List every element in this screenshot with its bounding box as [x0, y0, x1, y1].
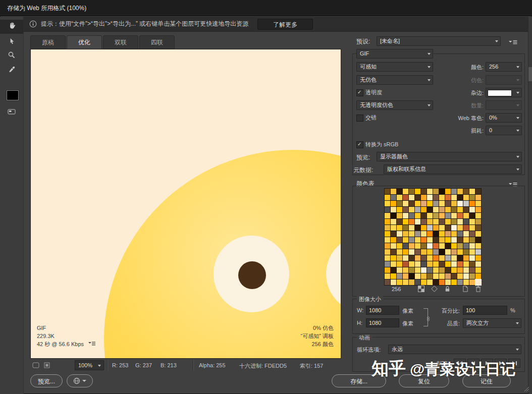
color-swatch[interactable]: [445, 213, 451, 218]
color-swatch[interactable]: [403, 231, 408, 237]
color-swatch[interactable]: [415, 189, 420, 194]
color-swatch[interactable]: [409, 261, 414, 267]
color-swatch[interactable]: [397, 207, 402, 212]
color-swatch[interactable]: [409, 231, 414, 237]
color-swatch[interactable]: [475, 255, 481, 261]
color-swatch[interactable]: [469, 279, 475, 285]
color-swatch[interactable]: [439, 255, 445, 261]
color-swatch[interactable]: [409, 243, 414, 249]
color-swatch[interactable]: [403, 195, 408, 200]
color-swatch[interactable]: [457, 273, 463, 279]
color-swatch[interactable]: [433, 279, 439, 285]
color-swatch[interactable]: [397, 279, 402, 285]
preview-canvas[interactable]: GIF 229.3K 42 秒 @ 56.6 Kbps 0% 仿色 “可感知” …: [30, 49, 341, 359]
color-swatch[interactable]: [415, 231, 420, 237]
color-swatch[interactable]: [475, 243, 481, 249]
color-swatch[interactable]: [427, 189, 433, 194]
color-swatch[interactable]: [451, 207, 457, 212]
color-swatch[interactable]: [415, 267, 420, 273]
color-swatch[interactable]: [463, 195, 469, 200]
color-swatch[interactable]: [445, 207, 451, 212]
color-swatch[interactable]: [433, 201, 439, 206]
color-swatch[interactable]: [469, 225, 475, 231]
color-swatch[interactable]: [421, 231, 427, 237]
map-transparency-icon[interactable]: [418, 285, 424, 294]
color-swatch[interactable]: [457, 279, 463, 285]
color-swatch[interactable]: [391, 243, 396, 249]
color-swatch[interactable]: [469, 207, 475, 212]
tab-optimized[interactable]: 优化: [67, 35, 102, 49]
color-swatch[interactable]: [475, 249, 481, 255]
color-swatch[interactable]: [421, 255, 427, 261]
color-swatch[interactable]: [469, 267, 475, 273]
color-swatch[interactable]: [415, 213, 420, 218]
color-swatch[interactable]: [433, 267, 439, 273]
color-swatch[interactable]: [457, 189, 463, 194]
metadata-select[interactable]: 版权和联系信息: [384, 164, 522, 174]
color-swatch[interactable]: [391, 249, 396, 255]
color-swatch[interactable]: [433, 225, 439, 231]
color-swatch[interactable]: [409, 201, 414, 206]
color-swatch[interactable]: [385, 195, 390, 200]
color-swatch[interactable]: [403, 243, 408, 249]
color-swatch[interactable]: [463, 267, 469, 273]
color-swatch[interactable]: [457, 219, 463, 224]
color-swatch[interactable]: [427, 255, 433, 261]
web-snap-select[interactable]: 0%: [486, 113, 522, 123]
color-swatch[interactable]: [427, 273, 433, 279]
color-swatch[interactable]: [385, 279, 390, 285]
color-swatch[interactable]: [445, 273, 451, 279]
color-swatch[interactable]: [463, 213, 469, 218]
color-swatch[interactable]: [475, 189, 481, 194]
color-swatch[interactable]: [433, 195, 439, 200]
color-swatch[interactable]: [463, 201, 469, 206]
color-swatch[interactable]: [421, 243, 427, 249]
color-swatch[interactable]: [403, 237, 408, 243]
color-swatch[interactable]: [397, 189, 402, 194]
color-swatch[interactable]: [439, 237, 445, 243]
color-swatch[interactable]: [433, 231, 439, 237]
color-swatch[interactable]: [409, 249, 414, 255]
color-swatch[interactable]: [409, 273, 414, 279]
color-swatch[interactable]: [445, 255, 451, 261]
color-swatch[interactable]: [475, 273, 481, 279]
color-swatch[interactable]: [463, 243, 469, 249]
color-swatch[interactable]: [427, 213, 433, 218]
new-color-icon[interactable]: [462, 285, 468, 294]
color-swatch[interactable]: [433, 273, 439, 279]
color-swatch[interactable]: [397, 201, 402, 206]
color-swatch[interactable]: [403, 255, 408, 261]
color-swatch[interactable]: [409, 255, 414, 261]
delete-color-icon[interactable]: [475, 285, 482, 294]
color-swatch[interactable]: [385, 255, 390, 261]
transparency-dither-select[interactable]: 无透明度仿色: [356, 100, 433, 110]
color-swatch[interactable]: [451, 195, 457, 200]
percent-field[interactable]: [463, 306, 507, 315]
color-swatch[interactable]: [385, 207, 390, 212]
color-swatch[interactable]: [433, 261, 439, 267]
color-swatch[interactable]: [421, 195, 427, 200]
color-swatch[interactable]: [463, 261, 469, 267]
lock-color-icon[interactable]: [444, 285, 451, 294]
color-swatch[interactable]: [427, 231, 433, 237]
color-swatch[interactable]: [421, 201, 427, 206]
color-swatch[interactable]: [421, 279, 427, 285]
color-swatch[interactable]: [409, 189, 414, 194]
color-swatch[interactable]: [385, 213, 390, 218]
browser-select-control[interactable]: [67, 374, 93, 387]
color-swatch[interactable]: [451, 273, 457, 279]
color-swatch[interactable]: [385, 219, 390, 224]
format-select[interactable]: GIF: [356, 49, 433, 59]
color-swatch[interactable]: [391, 261, 396, 267]
color-swatch[interactable]: [397, 213, 402, 218]
color-swatch[interactable]: [463, 219, 469, 224]
color-swatch[interactable]: [451, 231, 457, 237]
color-swatch[interactable]: [445, 279, 451, 285]
color-swatch[interactable]: [475, 231, 481, 237]
color-swatch[interactable]: [445, 243, 451, 249]
color-swatch[interactable]: [415, 219, 420, 224]
color-swatch[interactable]: [439, 243, 445, 249]
loop-options-select[interactable]: 永远: [388, 345, 521, 354]
tab-2up[interactable]: 双联: [103, 35, 138, 49]
color-swatch[interactable]: [463, 249, 469, 255]
